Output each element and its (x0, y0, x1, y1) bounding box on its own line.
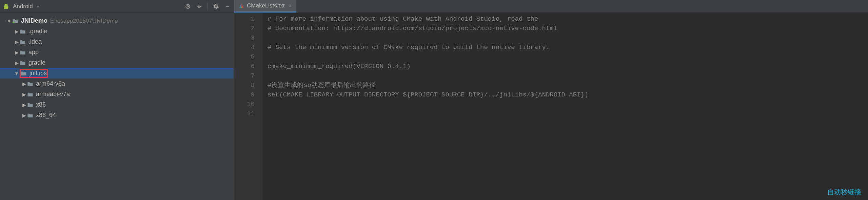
chevron-down-icon: ▼ (6, 18, 12, 24)
chevron-right-icon: ▶ (21, 102, 27, 108)
editor-tab-bar: CMakeLists.txt × (234, 0, 868, 13)
svg-point-1 (7, 4, 7, 5)
code-line: # For more information about using CMake… (268, 14, 868, 24)
tree-item-jnilibs[interactable]: ▼ jniLibs (0, 68, 234, 79)
code-line: cmake_minimum_required(VERSION 3.4.1) (268, 62, 868, 71)
minimize-icon[interactable] (224, 3, 231, 10)
line-number: 7 (234, 71, 255, 81)
chevron-right-icon: ▶ (14, 29, 20, 34)
line-number: 6 (234, 62, 255, 71)
tree-item-label: .idea (28, 38, 42, 45)
line-number: 2 (234, 24, 255, 33)
folder-icon (21, 71, 27, 76)
folder-icon (27, 81, 33, 87)
line-number: 8 (234, 81, 255, 90)
chevron-down-icon: ▼ (14, 71, 20, 76)
svg-point-2 (186, 4, 190, 8)
code-line: set(CMAKE_LIBRARY_OUTPUT_DIRECTORY ${PRO… (268, 90, 868, 99)
code-line (268, 71, 868, 81)
code-line (268, 99, 868, 109)
folder-icon (20, 60, 26, 66)
chevron-right-icon: ▶ (14, 60, 20, 66)
chevron-right-icon: ▶ (14, 39, 20, 45)
code-line: # Sets the minimum version of CMake requ… (268, 43, 868, 52)
folder-icon (27, 102, 33, 108)
highlight-annotation: jniLibs (20, 69, 48, 78)
code-content[interactable]: # For more information about using CMake… (263, 13, 868, 200)
android-icon (3, 3, 9, 10)
folder-icon (20, 50, 26, 55)
tree-item-app[interactable]: ▶ app (0, 47, 234, 58)
divider (208, 2, 208, 10)
watermark-text: 自动秒链接 (827, 187, 861, 197)
chevron-right-icon: ▶ (14, 50, 20, 55)
folder-icon (20, 39, 26, 45)
svg-point-0 (5, 4, 5, 5)
project-panel: Android ▾ ▼ (0, 0, 234, 200)
line-number: 4 (234, 43, 255, 52)
target-icon[interactable] (184, 3, 191, 10)
chevron-right-icon: ▶ (21, 113, 27, 118)
svg-point-8 (13, 21, 14, 23)
tree-item-x86-64[interactable]: ▶ x86_64 (0, 110, 234, 120)
chevron-right-icon: ▶ (21, 81, 27, 87)
tree-item-label: armeabi-v7a (36, 91, 70, 98)
gear-icon[interactable] (213, 3, 219, 10)
tree-root[interactable]: ▼ JNIDemo E:\osapp201807\JNIDemo (0, 16, 234, 26)
project-view-selector[interactable]: Android ▾ (3, 3, 39, 10)
tree-item-label: gradle (28, 59, 45, 66)
code-line (268, 52, 868, 62)
tree-root-name: JNIDemo (21, 17, 47, 24)
editor-panel: CMakeLists.txt × 1 2 3 4 5 6 7 8 9 10 11… (234, 0, 868, 200)
code-line: #设置生成的so动态库最后输出的路径 (268, 81, 868, 90)
tree-item-idea[interactable]: ▶ .idea (0, 37, 234, 47)
line-number: 10 (234, 99, 255, 109)
tree-item-gradle[interactable]: ▶ gradle (0, 58, 234, 68)
chevron-right-icon: ▶ (21, 92, 27, 97)
code-line: # documentation: https://d.android.com/s… (268, 24, 868, 33)
folder-icon (27, 92, 33, 97)
project-tree[interactable]: ▼ JNIDemo E:\osapp201807\JNIDemo ▶ .grad… (0, 13, 234, 200)
tree-item-label: x86 (36, 101, 46, 108)
collapse-icon[interactable] (196, 3, 203, 10)
tree-item-label: .gradle (28, 28, 47, 35)
tree-item-x86[interactable]: ▶ x86 (0, 99, 234, 110)
code-line (268, 109, 868, 118)
tree-item-gradle-dot[interactable]: ▶ .gradle (0, 26, 234, 37)
tree-root-path: E:\osapp201807\JNIDemo (50, 18, 118, 24)
tree-item-arm64[interactable]: ▶ arm64-v8a (0, 79, 234, 89)
line-gutter: 1 2 3 4 5 6 7 8 9 10 11 (234, 13, 263, 200)
project-toolbar: Android ▾ (0, 0, 234, 13)
line-number: 9 (234, 90, 255, 99)
module-icon (12, 18, 18, 24)
folder-icon (20, 29, 26, 34)
code-line (268, 33, 868, 43)
tree-item-label: app (28, 49, 39, 56)
folder-icon (27, 113, 33, 118)
tree-item-label: x86_64 (36, 112, 56, 119)
line-number: 11 (234, 109, 255, 118)
tree-item-label: jniLibs (29, 70, 47, 77)
cmake-icon (239, 3, 244, 8)
svg-point-3 (187, 5, 189, 7)
tree-item-label: arm64-v8a (36, 80, 65, 87)
tab-label: CMakeLists.txt (247, 2, 284, 9)
chevron-down-icon: ▾ (37, 4, 39, 9)
line-number: 5 (234, 52, 255, 62)
tree-item-armeabi[interactable]: ▶ armeabi-v7a (0, 89, 234, 99)
close-icon[interactable]: × (289, 3, 291, 8)
project-view-label: Android (13, 3, 33, 10)
line-number: 3 (234, 33, 255, 43)
editor-tab-cmakelists[interactable]: CMakeLists.txt × (234, 0, 296, 13)
code-editor[interactable]: 1 2 3 4 5 6 7 8 9 10 11 # For more infor… (234, 13, 868, 200)
line-number: 1 (234, 14, 255, 24)
